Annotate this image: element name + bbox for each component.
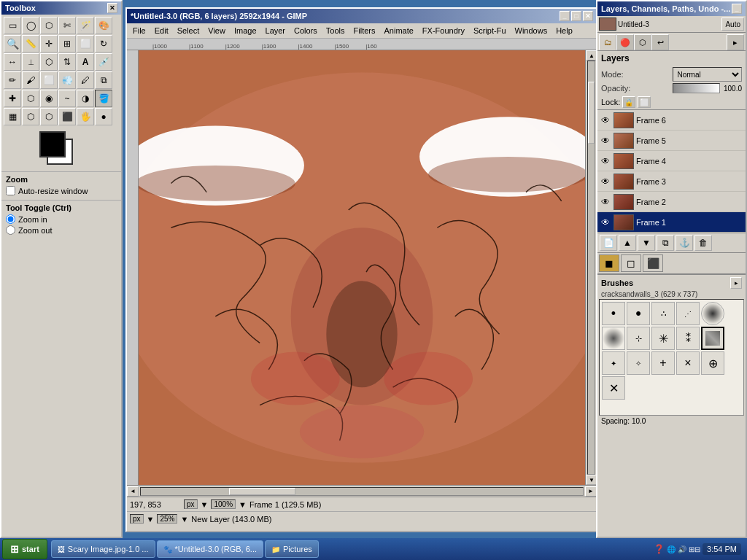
taskbar-item-gimp[interactable]: 🐾 *Untitled-3.0 (RGB, 6... (157, 540, 264, 558)
brush-item-6[interactable] (602, 327, 625, 350)
tool-fuzzy-select[interactable]: 🪄 (77, 17, 94, 34)
gimp-minimize-btn[interactable]: _ (560, 11, 570, 21)
scroll-left-arrow[interactable]: ◄ (127, 486, 139, 497)
brush-item-10[interactable] (701, 327, 724, 350)
tool-perspective2[interactable]: ⬡ (22, 90, 39, 107)
menu-layer[interactable]: Layer (261, 25, 290, 36)
tool-blur[interactable]: ◉ (40, 90, 58, 107)
tool-text[interactable]: A (77, 53, 94, 71)
unit-dropdown-2[interactable]: px (130, 514, 144, 524)
layer-visibility-frame1[interactable]: 👁 (600, 217, 611, 228)
tab-channels[interactable]: 🔴 (616, 34, 634, 50)
tool-color-select[interactable]: 🎨 (95, 17, 112, 34)
tool-heal[interactable]: ✚ (4, 90, 21, 107)
new-layer-btn[interactable]: 📄 (600, 235, 617, 251)
layer-visibility-frame2[interactable]: 👁 (600, 196, 611, 208)
tool-colorpicker[interactable]: 💉 (95, 53, 112, 71)
duplicate-layer-btn[interactable]: ⧉ (657, 235, 674, 251)
brush-item-8[interactable]: ✳ (651, 327, 675, 350)
brush-item-11[interactable]: ✦ (602, 351, 625, 375)
layer-row-frame4[interactable]: 👁 Frame 4 (597, 151, 746, 171)
layer-row-frame2[interactable]: 👁 Frame 2 (597, 192, 746, 212)
brush-item-15[interactable]: ⊕ (701, 351, 724, 375)
brushes-options-btn[interactable]: ▸ (730, 277, 742, 289)
delete-layer-btn[interactable]: 🗑 (694, 235, 712, 251)
canvas-area[interactable] (139, 50, 585, 485)
lock-alpha-btn[interactable]: ⬜ (638, 96, 651, 108)
brushes-grid[interactable]: • • ∴ ⋰ ⊹ ✳ ⁑ ✦ ✧ + × ⊕ ✕ (599, 299, 744, 416)
gimp-maximize-btn[interactable]: □ (571, 11, 581, 21)
tool-clone[interactable]: ⧉ (95, 71, 112, 89)
tool-free-select[interactable]: ⬡ (40, 17, 58, 34)
zoom-dropdown-2[interactable]: 25% (157, 514, 177, 524)
scroll-right-arrow[interactable]: ► (585, 486, 597, 497)
anchor-layer-btn[interactable]: ⚓ (676, 235, 693, 251)
tool-scale[interactable]: ↔ (4, 53, 21, 71)
menu-scriptfu[interactable]: Script-Fu (469, 25, 511, 36)
zoom-dropdown[interactable]: 100% (211, 499, 236, 509)
auto-button[interactable]: Auto (721, 18, 744, 31)
tool-zoom[interactable]: 🔍 (4, 35, 21, 52)
menu-fxfoundry[interactable]: FX-Foundry (418, 25, 469, 36)
scroll-horizontal-track[interactable] (140, 487, 584, 496)
menu-file[interactable]: File (128, 25, 150, 36)
layers-collapse-btn[interactable]: _ (732, 4, 742, 14)
brush-item-13[interactable]: + (651, 351, 675, 375)
mode-dropdown[interactable]: Normal (673, 67, 743, 82)
tool-pencil[interactable]: ✏ (4, 71, 21, 89)
brush-tab-active[interactable]: ◼ (599, 254, 619, 272)
tool-shear[interactable]: ⟂ (22, 53, 39, 71)
brush-tab-2[interactable]: ◻ (621, 254, 641, 272)
tool-eraser[interactable]: ⬜ (40, 71, 58, 89)
tool-scissors[interactable]: ✄ (58, 17, 76, 34)
toolbox-close-button[interactable]: ✕ (107, 3, 117, 13)
start-button[interactable]: ⊞ start (2, 539, 47, 559)
menu-image[interactable]: Image (230, 25, 261, 36)
brush-item-14[interactable]: × (676, 351, 700, 375)
tool-measure[interactable]: 📏 (22, 35, 39, 52)
tab-paths[interactable]: ⬡ (634, 34, 651, 50)
layer-visibility-frame3[interactable]: 👁 (600, 176, 611, 187)
brush-item-12[interactable]: ✧ (627, 351, 650, 375)
menu-edit[interactable]: Edit (150, 25, 173, 36)
layer-row-frame1[interactable]: 👁 Frame 1 (597, 212, 746, 233)
tab-layers[interactable]: 🗂 (599, 34, 616, 50)
menu-filters[interactable]: Filters (349, 25, 380, 36)
raise-layer-btn[interactable]: ▲ (619, 235, 636, 251)
layers-options-btn[interactable]: ▸ (727, 34, 744, 50)
scroll-horizontal-thumb[interactable] (229, 488, 295, 495)
tool-align[interactable]: ⊞ (58, 35, 76, 52)
menu-colors[interactable]: Colors (290, 25, 322, 36)
taskbar-item-pictures[interactable]: 📁 Pictures (265, 540, 319, 558)
taskbar-item-scary[interactable]: 🖼 Scary Image.jpg-1.0 ... (51, 540, 155, 558)
layer-row-frame6[interactable]: 👁 Frame 6 (597, 110, 746, 131)
opacity-slider[interactable] (673, 83, 721, 93)
layer-row-frame3[interactable]: 👁 Frame 3 (597, 171, 746, 192)
foreground-color-box[interactable] (39, 131, 66, 158)
brush-item-9[interactable]: ⁑ (676, 327, 700, 350)
menu-animate[interactable]: Animate (379, 25, 417, 36)
menu-select[interactable]: Select (173, 25, 204, 36)
color-squares[interactable] (39, 131, 83, 168)
brush-item-16[interactable]: ✕ (602, 376, 625, 400)
menu-view[interactable]: View (204, 25, 230, 36)
tool-extra1[interactable]: ⬡ (40, 108, 58, 125)
tool-dodge[interactable]: ◑ (77, 90, 94, 107)
menu-tools[interactable]: Tools (322, 25, 349, 36)
lower-layer-btn[interactable]: ▼ (638, 235, 655, 251)
brush-item-1[interactable]: • (602, 302, 625, 325)
zoom-in-radio[interactable] (6, 214, 15, 224)
tool-crop[interactable]: ⬜ (77, 35, 94, 52)
menu-help[interactable]: Help (551, 25, 577, 36)
scrollbar-vertical[interactable]: ▲ ▼ (585, 50, 597, 485)
brush-item-7[interactable]: ⊹ (627, 327, 650, 350)
tool-bucket[interactable]: 🪣 (95, 90, 112, 107)
lock-pixels-btn[interactable]: 🔒 (622, 96, 635, 108)
tool-smudge[interactable]: ~ (58, 90, 76, 107)
tab-undo[interactable]: ↩ (651, 34, 669, 50)
brush-item-4[interactable]: ⋰ (676, 302, 700, 325)
gimp-close-btn[interactable]: ✕ (583, 11, 593, 21)
layer-visibility-frame6[interactable]: 👁 (600, 114, 611, 126)
tool-airbrush[interactable]: 💨 (58, 71, 76, 89)
layer-visibility-frame5[interactable]: 👁 (600, 135, 611, 147)
